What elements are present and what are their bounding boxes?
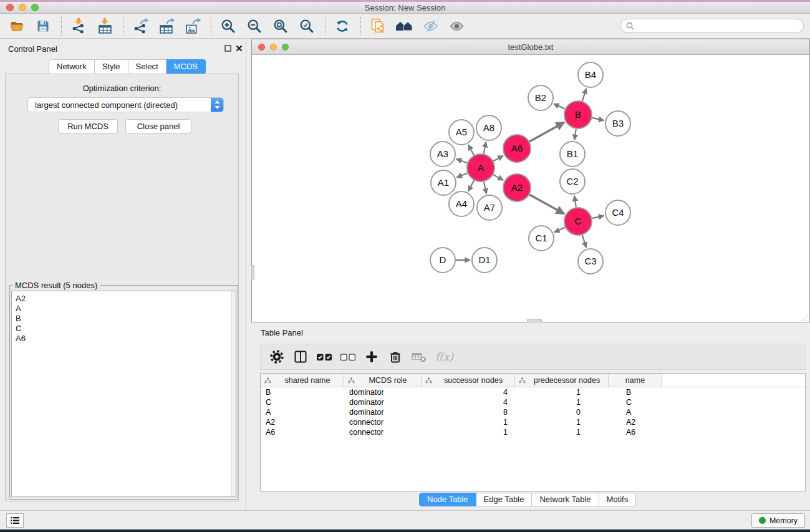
- zoom-out-icon[interactable]: [244, 16, 265, 36]
- edge-A-A7[interactable]: [484, 181, 486, 193]
- edge-B-B1[interactable]: [574, 129, 576, 140]
- node-table[interactable]: shared nameMCDS rolesuccessor nodesprede…: [260, 373, 806, 491]
- toggle-columns-icon[interactable]: [289, 347, 312, 366]
- float-panel-icon[interactable]: [223, 44, 233, 53]
- cell-shared-name[interactable]: C: [261, 397, 344, 407]
- network-graph[interactable]: B4B2BB3A5A8A6A3B1AC2A1A2A4A7C4CC1DD1C3: [252, 55, 809, 322]
- mcds-result-item[interactable]: B: [16, 314, 236, 324]
- tab-edge-table[interactable]: Edge Table: [476, 493, 533, 506]
- table-row[interactable]: Cdominator41C: [261, 397, 805, 407]
- import-table-icon[interactable]: [94, 16, 115, 36]
- table-row[interactable]: A2connector11A2: [261, 417, 805, 427]
- cell-shared-name[interactable]: A: [261, 407, 344, 417]
- add-column-icon[interactable]: [360, 347, 383, 366]
- table-row[interactable]: Adominator80A: [261, 407, 805, 417]
- cell-mcds-role[interactable]: dominator: [344, 387, 422, 397]
- cell-predecessor-nodes[interactable]: 0: [515, 407, 609, 417]
- close-panel-button[interactable]: Close panel: [125, 119, 191, 133]
- edge-A-A1[interactable]: [456, 173, 467, 178]
- graph-node-B4[interactable]: B4: [578, 62, 603, 87]
- graph-node-A3[interactable]: A3: [430, 142, 455, 167]
- tab-network[interactable]: Network: [49, 59, 95, 74]
- edge-C-C4[interactable]: [592, 216, 604, 218]
- cell-mcds-role[interactable]: connector: [344, 417, 422, 427]
- column-header-predecessor-nodes[interactable]: predecessor nodes: [515, 374, 609, 387]
- edge-B-B2[interactable]: [554, 104, 565, 109]
- mcds-result-item[interactable]: A: [16, 304, 236, 314]
- open-file-icon[interactable]: [6, 16, 27, 36]
- cell-name[interactable]: A: [609, 407, 662, 417]
- graph-node-C1[interactable]: C1: [529, 226, 554, 251]
- close-panel-icon[interactable]: [234, 44, 244, 53]
- edge-C-C1[interactable]: [554, 228, 565, 233]
- mcds-result-item[interactable]: C: [16, 324, 236, 334]
- graph-node-D[interactable]: D: [430, 248, 455, 273]
- cell-mcds-role[interactable]: dominator: [344, 407, 422, 417]
- mcds-result-list[interactable]: A2ABCA6: [11, 291, 236, 497]
- refresh-view-icon[interactable]: [332, 16, 353, 36]
- network-canvas[interactable]: B4B2BB3A5A8A6A3B1AC2A1A2A4A7C4CC1DD1C3: [252, 55, 809, 322]
- graph-node-A4[interactable]: A4: [449, 191, 474, 216]
- edge-A-A2[interactable]: [493, 175, 503, 180]
- table-row[interactable]: A6connector11A6: [261, 427, 805, 437]
- edge-C-C2[interactable]: [574, 196, 576, 207]
- graph-node-D1[interactable]: D1: [472, 248, 497, 273]
- zoom-fit-icon[interactable]: [270, 16, 291, 36]
- cell-successor-nodes[interactable]: 8: [422, 407, 515, 417]
- zoom-selected-icon[interactable]: [296, 16, 317, 36]
- graph-node-C2[interactable]: C2: [560, 169, 585, 194]
- cell-predecessor-nodes[interactable]: 1: [515, 397, 609, 407]
- edge-A-A5[interactable]: [468, 145, 474, 155]
- window-resize-grip[interactable]: [800, 312, 808, 321]
- edge-A-A4[interactable]: [468, 180, 474, 191]
- edge-A-A3[interactable]: [456, 159, 468, 163]
- apply-function-icon[interactable]: f(x): [435, 351, 453, 363]
- save-session-icon[interactable]: [32, 16, 54, 36]
- graph-node-B1[interactable]: B1: [560, 142, 585, 167]
- cell-mcds-role[interactable]: dominator: [344, 397, 422, 407]
- edge-A2-C[interactable]: [529, 195, 564, 214]
- column-header-successor-nodes[interactable]: successor nodes: [422, 374, 515, 387]
- graph-node-B[interactable]: B: [564, 101, 592, 128]
- graph-node-A8[interactable]: A8: [476, 115, 501, 140]
- import-network-icon[interactable]: [68, 16, 89, 36]
- graph-node-B3[interactable]: B3: [605, 111, 630, 136]
- graph-node-B2[interactable]: B2: [528, 85, 553, 110]
- cell-name[interactable]: C: [609, 397, 662, 407]
- tab-network-table[interactable]: Network Table: [532, 493, 599, 506]
- mcds-result-item[interactable]: A2: [16, 294, 236, 304]
- graph-node-A6[interactable]: A6: [503, 135, 531, 162]
- splitter-handle-vertical[interactable]: [251, 265, 254, 280]
- cell-name[interactable]: B: [609, 387, 662, 397]
- cell-successor-nodes[interactable]: 4: [422, 397, 515, 407]
- search-input[interactable]: [637, 22, 803, 31]
- cell-shared-name[interactable]: A2: [261, 417, 344, 427]
- cell-shared-name[interactable]: B: [261, 387, 344, 397]
- delete-table-icon[interactable]: [408, 347, 430, 366]
- table-row[interactable]: Bdominator41B: [261, 387, 805, 397]
- cell-successor-nodes[interactable]: 1: [422, 427, 515, 437]
- cell-shared-name[interactable]: A6: [261, 427, 344, 437]
- graph-node-C4[interactable]: C4: [605, 200, 630, 225]
- show-all-eye-icon[interactable]: [446, 16, 467, 36]
- edge-A-A8[interactable]: [484, 142, 486, 154]
- tab-select[interactable]: Select: [128, 59, 166, 74]
- column-header-mcds-role[interactable]: MCDS role: [344, 374, 422, 387]
- graph-node-A2[interactable]: A2: [503, 174, 531, 201]
- home-view-icon[interactable]: [393, 16, 415, 36]
- search-field[interactable]: [620, 19, 804, 33]
- cell-predecessor-nodes[interactable]: 1: [515, 387, 609, 397]
- delete-column-trash-icon[interactable]: [384, 347, 407, 366]
- graph-node-C[interactable]: C: [564, 208, 592, 235]
- tab-mcds[interactable]: MCDS: [166, 59, 206, 74]
- edge-B-B4[interactable]: [582, 89, 586, 101]
- export-table-icon[interactable]: [156, 16, 177, 36]
- mcds-list-scrollbar[interactable]: [231, 291, 236, 496]
- cell-predecessor-nodes[interactable]: 1: [515, 417, 609, 427]
- cell-successor-nodes[interactable]: 1: [422, 417, 515, 427]
- column-header-name[interactable]: name: [609, 374, 662, 387]
- memory-button[interactable]: Memory: [751, 513, 805, 528]
- hide-selected-eye-icon[interactable]: [420, 16, 441, 36]
- table-settings-gear-icon[interactable]: [266, 347, 288, 366]
- tab-node-table[interactable]: Node Table: [419, 493, 476, 506]
